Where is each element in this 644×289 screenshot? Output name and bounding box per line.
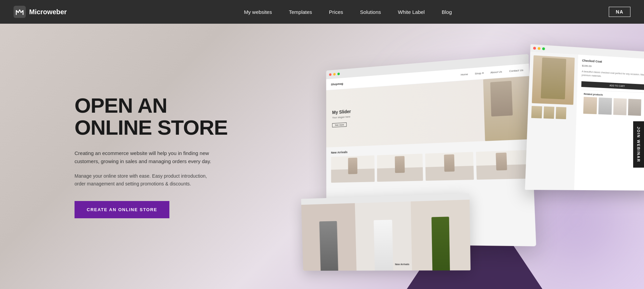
mockup-product-grid — [331, 150, 527, 183]
mockup-nav-brand: Shopmag — [331, 82, 343, 86]
mockup2-product-image — [532, 55, 575, 105]
user-button[interactable]: NA — [609, 7, 630, 17]
mockup3-new-arrivals-label: New Arrivals — [395, 263, 409, 265]
mockup3-content: New Arrivals — [301, 200, 471, 271]
brand-name: Microweber — [29, 8, 67, 16]
mockup-product-card-3 — [425, 152, 474, 181]
nav-templates[interactable]: Templates — [289, 9, 312, 15]
mockup2-thumbnails — [531, 106, 573, 119]
mockup-slider-sub: Your slogan here — [332, 115, 351, 119]
mockup2-related-2 — [598, 97, 612, 115]
browser-dot-red — [329, 73, 331, 76]
mockup-hero-model — [483, 76, 532, 141]
mockup-slider-btn: See more — [332, 122, 347, 127]
mockup2-thumb-2 — [543, 106, 554, 119]
mockup2-related-4 — [628, 99, 641, 116]
nav-solutions[interactable]: Solutions — [360, 9, 381, 15]
svg-rect-0 — [14, 6, 26, 18]
hero-section: OPEN AN ONLINE STORE Creating an ecommer… — [0, 24, 644, 289]
hero-content: OPEN AN ONLINE STORE Creating an ecommer… — [0, 94, 237, 218]
mockup2-related: Related products — [580, 90, 644, 119]
mockup2-thumb-1 — [531, 106, 542, 118]
mockup-nav-home: Home — [461, 73, 468, 76]
mockup-product-card-1 — [331, 155, 375, 183]
mockup2-related-1 — [583, 97, 597, 114]
hero-visuals: Shopmag Home Shop ▾ About Us Contact Us … — [292, 41, 644, 277]
mockup2-related-3 — [613, 98, 627, 115]
mockup-slider-title: My Slider — [332, 109, 351, 115]
hero-description-1: Creating an ecommerce website will help … — [75, 149, 217, 165]
mockup-nav-about: About Us — [491, 70, 502, 74]
browser-dot-yellow — [333, 73, 336, 75]
mockup3-model-3 — [411, 200, 471, 270]
logo[interactable]: Microweber — [14, 6, 67, 18]
mockup-nav-shop: Shop ▾ — [475, 71, 484, 75]
mockup2-left — [525, 52, 578, 190]
hero-description-2: Manage your online store with ease. Easy… — [75, 172, 210, 187]
mockup-nav-contact: Contact Us — [509, 69, 523, 73]
mockup-bottom: New Arrivals — [301, 193, 471, 271]
nav-prices[interactable]: Prices — [329, 9, 343, 15]
mockup-products: New Arrivals — [326, 139, 534, 186]
mockup-slider-text: My Slider Your slogan here See more — [326, 102, 357, 134]
navbar: Microweber My websites Templates Prices … — [0, 0, 644, 24]
browser-dot-green — [337, 72, 340, 75]
join-webinar-button[interactable]: JOIN WEBINAR — [633, 121, 644, 168]
mockup2-dot-yellow — [538, 47, 540, 50]
hero-title: OPEN AN ONLINE STORE — [75, 94, 237, 138]
mockup3-model-2: New Arrivals — [355, 201, 412, 270]
nav-my-websites[interactable]: My websites — [244, 9, 272, 15]
nav-blog[interactable]: Blog — [442, 9, 452, 15]
hero-cta-button[interactable]: CREATE AN ONLINE STORE — [75, 201, 169, 218]
mockup2-content: Checked Coat $199.00 A beautiful classic… — [525, 52, 644, 191]
mockup2-product-desc: A beautiful classic checked coat perfect… — [582, 70, 644, 81]
mockup2-related-grid — [583, 97, 644, 116]
mockup-product-card-4 — [476, 150, 527, 180]
mockup3-model-1 — [301, 203, 356, 271]
mockup2-add-btn: ADD TO CART — [581, 81, 644, 90]
nav-white-label[interactable]: White Label — [398, 9, 424, 15]
mockup2-dot-green — [542, 47, 545, 50]
mockup2-thumb-3 — [556, 107, 566, 119]
mockup-secondary: Checked Coat $199.00 A beautiful classic… — [525, 44, 644, 191]
mockup-product-card-2 — [377, 154, 423, 182]
mockup2-dot-red — [533, 47, 536, 50]
nav-menu: My websites Templates Prices Solutions W… — [87, 9, 609, 15]
